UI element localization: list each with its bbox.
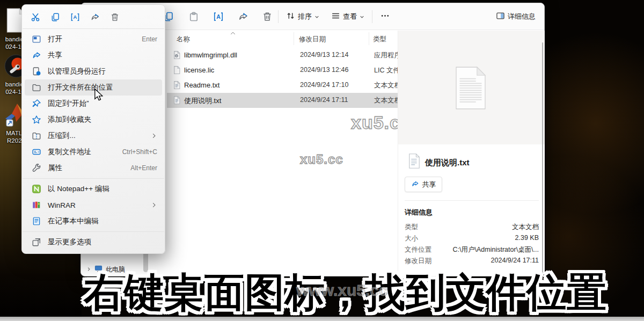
menu-item-shortcut: Alt+Enter bbox=[130, 164, 157, 172]
taskbar-edge bbox=[0, 317, 644, 321]
context-menu: A 打开 Enter 共享 以管理员身份运行 打开文件所在的位置 bbox=[21, 4, 165, 254]
chevron-right-icon bbox=[151, 133, 157, 139]
detail-row: 修改日期 2024/9/24 17:11 bbox=[405, 257, 539, 266]
cut-icon[interactable] bbox=[31, 12, 40, 22]
chevron-right-icon bbox=[151, 202, 157, 208]
ellipsis-icon bbox=[380, 11, 390, 22]
text-file-icon bbox=[172, 96, 181, 106]
share-button[interactable]: 共享 bbox=[405, 177, 442, 192]
file-name: Readme.txt bbox=[184, 81, 219, 89]
file-row[interactable]: Readme.txt 2024/9/24 17:10 文本文档 bbox=[167, 78, 398, 93]
file-icon bbox=[172, 65, 181, 76]
column-header-date[interactable]: 修改日期 bbox=[299, 35, 326, 44]
file-date: 2024/9/24 17:11 bbox=[300, 96, 348, 104]
watermark: www.xu5.cc bbox=[296, 281, 388, 300]
menu-item-label: WinRAR bbox=[48, 201, 76, 209]
share-icon[interactable] bbox=[238, 11, 248, 22]
details-pane-icon bbox=[496, 11, 505, 22]
file-row-selected[interactable]: 使用说明.txt 2024/9/24 17:11 文本文档 bbox=[167, 93, 398, 108]
column-header-name[interactable]: 名称 bbox=[177, 35, 190, 44]
mouse-cursor bbox=[94, 89, 103, 104]
paste-icon[interactable] bbox=[188, 11, 199, 22]
file-type: LIC 文件 bbox=[374, 66, 398, 75]
detail-label: 类型 bbox=[405, 223, 418, 232]
folder-icon bbox=[32, 83, 41, 92]
menu-item-copy-file-address[interactable]: 复制文件地址 Ctrl+Shift+C bbox=[25, 144, 162, 160]
menu-item-label: 固定到“开始” bbox=[48, 99, 89, 108]
context-menu-quick-actions: A bbox=[22, 8, 165, 26]
scrollbar[interactable] bbox=[542, 42, 543, 273]
menu-item-share[interactable]: 共享 bbox=[25, 47, 162, 63]
menu-item-label: 打开 bbox=[48, 34, 62, 44]
menu-item-label: 共享 bbox=[48, 50, 62, 60]
menu-item-label: 显示更多选项 bbox=[48, 237, 91, 247]
divider bbox=[405, 200, 539, 201]
detail-row: 类型 文本文档 bbox=[405, 223, 539, 232]
menu-item-open-file-location[interactable]: 打开文件所在的位置 bbox=[25, 79, 162, 96]
file-list: 名称 修改日期 类型 libmwlmgrimpl.dll 2024/9/13 1… bbox=[166, 31, 398, 274]
menu-item-label: 以 Notepad++ 编辑 bbox=[48, 184, 109, 194]
share-icon[interactable] bbox=[90, 12, 100, 22]
column-header-type[interactable]: 类型 bbox=[373, 35, 386, 44]
toolbar-separator bbox=[372, 10, 372, 23]
star-icon bbox=[32, 115, 41, 125]
sort-ascending-icon bbox=[230, 31, 236, 37]
menu-item-add-to-favorites[interactable]: 添加到收藏夹 bbox=[25, 112, 162, 128]
address-bar-icon bbox=[32, 147, 41, 157]
detail-row: 文件位置 C:\用户\Administrator\桌面\... bbox=[405, 245, 539, 254]
detail-value: 2024/9/24 17:11 bbox=[491, 257, 539, 266]
column-divider[interactable] bbox=[369, 32, 369, 45]
winrar-icon bbox=[32, 200, 41, 210]
menu-item-shortcut: Ctrl+Shift+C bbox=[122, 148, 157, 156]
view-button[interactable]: 查看 bbox=[327, 9, 369, 24]
rename-icon[interactable]: A bbox=[213, 11, 224, 22]
column-divider[interactable] bbox=[294, 32, 294, 45]
file-type: 文本文档 bbox=[374, 96, 398, 105]
screen: bandica 024-10- bandica 024-10- MATLA R2… bbox=[0, 0, 644, 321]
preview-file-name: 使用说明.txt bbox=[425, 158, 470, 168]
chevron-down-icon bbox=[314, 13, 319, 21]
file-date: 2024/9/13 12:46 bbox=[300, 66, 348, 74]
menu-divider bbox=[23, 28, 164, 29]
share-icon bbox=[32, 50, 41, 60]
detail-value: C:\用户\Administrator\桌面\... bbox=[453, 245, 539, 254]
file-row[interactable]: license.lic 2024/9/13 12:46 LIC 文件 bbox=[167, 63, 398, 78]
detail-value: 文本文档 bbox=[512, 223, 539, 232]
menu-divider bbox=[23, 178, 164, 179]
detail-label: 大小 bbox=[405, 234, 418, 243]
menu-item-shortcut: Enter bbox=[142, 35, 157, 43]
file-name: license.lic bbox=[184, 66, 214, 74]
copy-icon[interactable] bbox=[50, 12, 60, 22]
chevron-down-icon bbox=[360, 13, 364, 21]
zip-folder-icon bbox=[32, 131, 41, 141]
detail-label: 文件位置 bbox=[405, 245, 431, 254]
file-row[interactable]: libmwlmgrimpl.dll 2024/9/13 12:14 应用程序扩展 bbox=[167, 48, 398, 63]
svg-text:A: A bbox=[216, 13, 221, 20]
menu-item-label: 以管理员身份运行 bbox=[48, 67, 106, 76]
open-window-icon bbox=[32, 34, 41, 44]
text-file-icon bbox=[408, 153, 421, 171]
menu-item-edit-in-notepad[interactable]: 在记事本中编辑 bbox=[25, 213, 162, 229]
delete-icon[interactable] bbox=[262, 11, 273, 22]
detail-value: 2.39 KB bbox=[515, 234, 539, 243]
rename-icon[interactable]: A bbox=[70, 12, 80, 22]
details-pane: 使用说明.txt 共享 详细信息 类型 文本文档 大小 2.39 KB 文件位置… bbox=[398, 31, 545, 274]
details-pane-button[interactable]: 详细信息 bbox=[492, 9, 540, 24]
menu-item-run-as-admin[interactable]: 以管理员身份运行 bbox=[25, 63, 162, 79]
sort-icon bbox=[286, 11, 295, 22]
menu-item-properties[interactable]: 属性 Alt+Enter bbox=[25, 160, 162, 176]
menu-item-open[interactable]: 打开 Enter bbox=[25, 31, 162, 47]
menu-item-label: 复制文件地址 bbox=[48, 147, 91, 157]
menu-item-compress-to[interactable]: 压缩到... bbox=[25, 128, 162, 144]
menu-item-pin-to-start[interactable]: 固定到“开始” bbox=[25, 96, 162, 112]
wrench-icon bbox=[32, 163, 41, 173]
file-date: 2024/9/13 12:14 bbox=[300, 51, 348, 59]
dll-file-icon bbox=[172, 50, 181, 61]
delete-icon[interactable] bbox=[110, 12, 120, 22]
menu-item-winrar[interactable]: WinRAR bbox=[25, 197, 162, 213]
menu-item-edit-with-notepadpp[interactable]: 以 Notepad++ 编辑 bbox=[25, 181, 162, 197]
more-button[interactable] bbox=[376, 9, 394, 24]
watermark: xu5.cc bbox=[300, 152, 343, 167]
sort-button[interactable]: 排序 bbox=[282, 9, 324, 24]
menu-item-show-more-options[interactable]: 显示更多选项 bbox=[25, 234, 162, 250]
